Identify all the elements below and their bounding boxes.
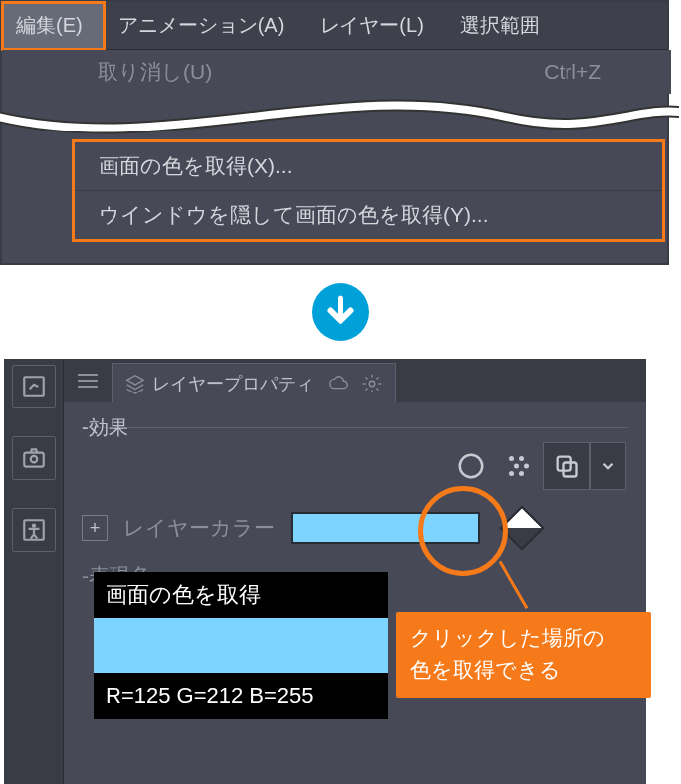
section-effect-label: -効果 [82, 416, 128, 438]
callout-line1: クリックした場所の [410, 622, 637, 654]
section-effect: + レイヤーカラー -表現色 [82, 427, 628, 590]
svg-point-9 [514, 464, 519, 469]
layer-color-label: レイヤーカラー [123, 514, 275, 542]
menu-item-undo-label: 取り消し(U) [98, 58, 212, 86]
svg-rect-1 [24, 453, 44, 467]
effect-mode-buttons [82, 442, 628, 490]
layer-color-row: + レイヤーカラー [82, 512, 628, 544]
edit-window-icon[interactable] [12, 365, 56, 408]
circle-outline-icon[interactable] [447, 442, 495, 490]
overlap-squares-icon[interactable] [543, 442, 590, 490]
tab-label: レイヤープロパティ [152, 372, 314, 395]
popup-title: 画面の色を取得 [94, 572, 388, 618]
highlighted-menu-items: 画面の色を取得(X)... ウインドウを隠して画面の色を取得(Y)... [72, 139, 665, 242]
svg-point-8 [519, 456, 524, 461]
layer-color-swatch[interactable] [291, 512, 480, 544]
tone-dots-icon[interactable] [495, 442, 543, 490]
popup-rgb-text: R=125 G=212 B=255 [94, 673, 388, 719]
tear-decoration [0, 92, 679, 141]
panel-body: -効果 + [64, 402, 646, 598]
callout-line2: 色を取得できる [410, 654, 637, 687]
menu-item-hide-window-get-color[interactable]: ウインドウを隠して画面の色を取得(Y)... [75, 191, 662, 239]
svg-point-7 [509, 456, 514, 461]
accessibility-icon[interactable] [12, 508, 56, 552]
cloud-icon [328, 375, 349, 392]
panel-tabbar: レイヤープロパティ [64, 359, 646, 402]
hamburger-icon[interactable] [78, 374, 98, 388]
svg-point-12 [519, 471, 524, 476]
menu-layer[interactable]: レイヤー(L) [306, 2, 445, 50]
chevron-down-icon[interactable] [590, 442, 626, 490]
svg-rect-0 [24, 377, 44, 396]
callout-annotation: クリックした場所の 色を取得できる [396, 612, 651, 698]
svg-point-6 [460, 455, 483, 478]
menu-item-undo[interactable]: 取り消し(U) Ctrl+Z [2, 50, 671, 94]
menubar: 編集(E) アニメーション(A) レイヤー(L) 選択範囲 [2, 2, 667, 50]
diamond-toggle-icon[interactable] [499, 505, 544, 550]
menu-item-get-screen-color[interactable]: 画面の色を取得(X)... [75, 142, 662, 191]
arrow-down-icon [312, 283, 369, 341]
gear-icon [361, 373, 383, 394]
expand-plus-icon[interactable]: + [82, 515, 108, 541]
menubar-window: 編集(E) アニメーション(A) レイヤー(L) 選択範囲 取り消し(U) Ct… [0, 0, 669, 265]
svg-point-5 [369, 381, 375, 387]
camera-icon[interactable] [12, 436, 56, 480]
svg-point-11 [509, 471, 514, 476]
svg-point-4 [31, 524, 35, 528]
menu-edit[interactable]: 編集(E) [2, 2, 105, 50]
popup-color-swatch [94, 618, 388, 673]
menu-item-undo-shortcut: Ctrl+Z [544, 60, 601, 84]
svg-point-2 [30, 456, 37, 463]
tab-layer-property[interactable]: レイヤープロパティ [112, 363, 396, 402]
color-pickup-popup: 画面の色を取得 R=125 G=212 B=255 [94, 572, 388, 719]
menu-animation[interactable]: アニメーション(A) [105, 2, 307, 50]
svg-point-10 [524, 464, 529, 469]
menu-selection[interactable]: 選択範囲 [446, 2, 562, 50]
edit-dropdown: 取り消し(U) Ctrl+Z [2, 50, 671, 94]
left-toolbar [4, 359, 64, 784]
layers-icon [124, 373, 146, 394]
